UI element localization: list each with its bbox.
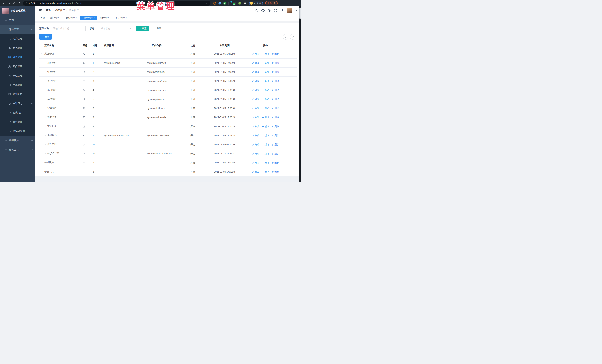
sidebar-item-audit[interactable]: 审计日志: [0, 99, 35, 108]
refresh-table-button[interactable]: [290, 34, 295, 40]
search-icon[interactable]: [255, 9, 258, 12]
breadcrumb-system[interactable]: 系统管理: [55, 9, 65, 12]
tab-menu[interactable]: 菜单管理×: [80, 16, 97, 20]
delete-row-link[interactable]: 删除: [272, 161, 279, 164]
close-tab-icon[interactable]: ×: [110, 17, 111, 19]
add-row-link[interactable]: 新增: [262, 62, 269, 65]
expand-row-icon[interactable]: [44, 98, 46, 100]
browser-update-button[interactable]: 更新 ⋮: [265, 1, 278, 5]
reset-button[interactable]: 重置: [151, 26, 163, 31]
close-tab-icon[interactable]: ×: [126, 17, 127, 19]
forward-arrow-button[interactable]: [7, 1, 11, 6]
tab-dept[interactable]: 部门管理×: [48, 16, 63, 20]
delete-row-link[interactable]: 删除: [272, 125, 279, 128]
add-row-link[interactable]: 新增: [262, 170, 269, 174]
ext-green-leaf-icon[interactable]: [238, 2, 241, 5]
expand-row-icon[interactable]: [44, 89, 46, 91]
edit-row-link[interactable]: 修改: [252, 161, 259, 164]
edit-row-link[interactable]: 修改: [252, 52, 259, 55]
edit-row-link[interactable]: 修改: [252, 80, 259, 83]
edit-row-link[interactable]: 修改: [252, 98, 259, 101]
delete-row-link[interactable]: 删除: [272, 89, 279, 92]
expand-row-icon[interactable]: [41, 162, 43, 164]
tab-role[interactable]: 角色管理×: [98, 16, 113, 20]
delete-row-link[interactable]: 删除: [272, 143, 279, 146]
expand-row-icon[interactable]: [44, 71, 46, 73]
tab-user[interactable]: 用户管理×: [114, 16, 129, 20]
show-search-toggle-button[interactable]: [283, 34, 288, 40]
menu-name-input[interactable]: [51, 26, 86, 31]
edit-row-link[interactable]: 修改: [252, 89, 259, 92]
add-row-link[interactable]: 新增: [262, 161, 269, 164]
help-icon[interactable]: [268, 9, 271, 12]
delete-row-link[interactable]: 删除: [272, 170, 279, 174]
add-row-link[interactable]: 新增: [262, 80, 269, 83]
sidebar-item-dict[interactable]: 字典管理: [0, 80, 35, 90]
sidebar-item-sms[interactable]: 短信管理: [0, 117, 35, 127]
ext-blue-gem-icon[interactable]: [218, 1, 222, 5]
sidebar-item-user[interactable]: 用户管理: [0, 34, 35, 43]
sidebar-item-devtool[interactable]: 研发工具: [0, 145, 35, 154]
collapse-row-icon[interactable]: [41, 53, 43, 55]
search-button[interactable]: 搜索: [136, 26, 149, 31]
expand-row-icon[interactable]: [44, 107, 46, 109]
expand-row-icon[interactable]: [44, 125, 46, 127]
add-row-link[interactable]: 新增: [262, 134, 269, 137]
tab-home[interactable]: 首页: [39, 16, 47, 20]
sidebar-item-errcode[interactable]: 错误码管理: [0, 127, 35, 136]
fullscreen-icon[interactable]: [274, 9, 277, 12]
page-scrollbar[interactable]: [299, 7, 301, 19]
expand-row-icon[interactable]: [44, 153, 46, 155]
user-menu-caret-icon[interactable]: [295, 10, 297, 11]
edit-row-link[interactable]: 修改: [252, 170, 259, 174]
browser-profile-badge[interactable]: 已暂停: [249, 1, 263, 5]
ext-orange-ring-icon[interactable]: [213, 2, 216, 5]
font-size-icon[interactable]: TT: [280, 9, 283, 12]
bookmark-star-icon[interactable]: [205, 2, 208, 5]
add-row-link[interactable]: 新增: [262, 107, 269, 110]
ext-puzzle-icon[interactable]: ✻: [243, 2, 246, 5]
delete-row-link[interactable]: 删除: [272, 134, 279, 137]
reload-button[interactable]: [12, 1, 17, 6]
delete-row-link[interactable]: 删除: [272, 98, 279, 101]
user-avatar[interactable]: [287, 8, 292, 13]
add-row-link[interactable]: 新增: [262, 143, 269, 146]
edit-row-link[interactable]: 修改: [252, 107, 259, 110]
url-bar[interactable]: 不安全 dashboard.yudao.iocoder.cn/system/me…: [23, 1, 210, 6]
add-row-link[interactable]: 新增: [262, 98, 269, 101]
delete-row-link[interactable]: 删除: [272, 116, 279, 119]
sidebar-item-home[interactable]: 首页: [0, 16, 35, 25]
back-arrow-button[interactable]: [1, 1, 6, 6]
expand-row-icon[interactable]: [44, 62, 46, 64]
expand-row-icon[interactable]: [44, 116, 46, 118]
ext-on-badge-icon[interactable]: [233, 2, 236, 5]
delete-row-link[interactable]: 删除: [272, 62, 279, 65]
expand-row-icon[interactable]: [44, 144, 46, 146]
expand-row-icon[interactable]: [41, 171, 43, 173]
close-tab-icon[interactable]: ×: [60, 17, 61, 19]
sidebar-item-system[interactable]: 系统管理: [0, 25, 35, 34]
add-row-link[interactable]: 新增: [262, 116, 269, 119]
ext-green-check-icon[interactable]: ✓: [223, 2, 226, 5]
browser-menu-icon[interactable]: ⋮: [273, 2, 276, 5]
sidebar-item-post[interactable]: 岗位管理: [0, 71, 35, 80]
edit-row-link[interactable]: 修改: [252, 62, 259, 65]
add-button[interactable]: 新增: [39, 34, 52, 40]
sidebar-item-infra[interactable]: 基础设施: [0, 136, 35, 145]
status-select[interactable]: 菜单状态: [99, 26, 133, 31]
sidebar-item-dept[interactable]: 部门管理: [0, 62, 35, 71]
delete-row-link[interactable]: 删除: [272, 71, 279, 74]
collapse-sidebar-icon[interactable]: [39, 9, 43, 12]
delete-row-link[interactable]: 删除: [272, 52, 279, 55]
edit-row-link[interactable]: 修改: [252, 152, 259, 155]
add-row-link[interactable]: 新增: [262, 71, 269, 74]
sidebar-item-role[interactable]: 角色管理: [0, 43, 35, 52]
edit-row-link[interactable]: 修改: [252, 71, 259, 74]
github-icon[interactable]: [261, 9, 265, 12]
ext-columns-icon[interactable]: [228, 2, 231, 5]
sidebar-item-menu[interactable]: 菜单管理: [0, 52, 35, 62]
expand-row-icon[interactable]: [44, 80, 46, 82]
sidebar-item-notice[interactable]: 通知公告: [0, 90, 35, 99]
home-button[interactable]: [17, 1, 22, 6]
sidebar-item-online[interactable]: 在线用户: [0, 108, 35, 117]
